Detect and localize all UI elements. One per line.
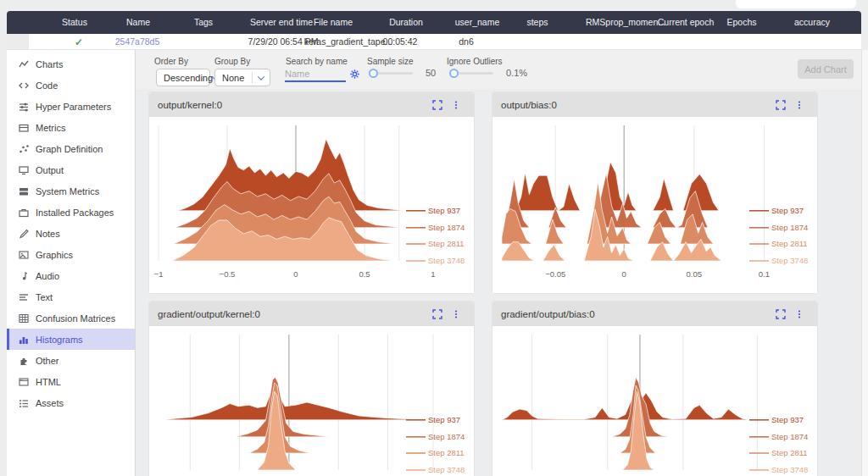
group-by-select[interactable]: None [214, 69, 270, 86]
x-tick-label: 0.1 [759, 269, 770, 279]
search-input[interactable] [285, 67, 346, 82]
slider-knob[interactable] [449, 69, 459, 78]
legend-label[interactable]: Step 3748 [428, 465, 465, 474]
column-header-accuracy[interactable]: accuracy [761, 17, 863, 27]
expand-icon[interactable] [771, 97, 790, 113]
legend-label[interactable]: Step 2811 [428, 239, 465, 248]
legend-label[interactable]: Step 1874 [428, 223, 465, 232]
legend-label[interactable]: Step 2811 [771, 448, 808, 457]
sidebar-item-html[interactable]: HTML [7, 371, 135, 392]
order-by-select[interactable]: Descending [156, 69, 210, 86]
legend-label[interactable]: Step 1874 [771, 432, 808, 441]
sidebar-item-graphics[interactable]: Graphics [7, 244, 135, 265]
column-header-steps[interactable]: steps [487, 17, 588, 27]
chart-area: Step 937Step 1874Step 2811Step 3748 [492, 326, 817, 476]
image-icon [19, 250, 29, 260]
x-tick-label: −0.5 [220, 269, 236, 279]
group-by-value: None [215, 73, 252, 83]
sample-size-slider[interactable] [370, 69, 413, 78]
legend-label[interactable]: Step 3748 [771, 256, 808, 265]
sidebar-item-histograms[interactable]: Histograms [7, 329, 135, 350]
sidebar-item-system-metrics[interactable]: System Metrics [7, 180, 135, 202]
legend-label[interactable]: Step 3748 [771, 465, 808, 474]
sidebar-item-installed-packages[interactable]: Installed Packages [7, 202, 135, 223]
chart-panels-grid: output/kernel:0Step 937Step 1874Step 281… [148, 91, 818, 476]
slider-knob[interactable] [369, 69, 378, 78]
sidebar-item-label: Graph Definition [36, 144, 103, 154]
sidebar-item-assets[interactable]: Assets [7, 392, 135, 413]
panel-header: output/bias:0 [492, 92, 817, 117]
code-icon [19, 80, 29, 91]
chart-area: Step 937Step 1874Step 2811Step 3748−1−0.… [149, 117, 474, 293]
panel-title: gradient/output/bias:0 [501, 309, 771, 319]
rows-icon [19, 186, 29, 196]
x-tick-label: −1 [154, 269, 164, 279]
legend-label[interactable]: Step 937 [428, 206, 460, 215]
legend-label[interactable]: Step 1874 [428, 432, 465, 441]
x-tick-label: 0 [622, 269, 626, 279]
text-lines-icon [19, 292, 29, 302]
x-tick-label: 0 [293, 269, 298, 279]
legend-label[interactable]: Step 1874 [771, 223, 808, 232]
chart-area: Step 937Step 1874Step 2811Step 3748 [149, 326, 474, 476]
group-by-label: Group By [214, 57, 250, 66]
legend-label[interactable]: Step 2811 [428, 448, 465, 457]
sidebar-item-label: Assets [36, 398, 64, 408]
panel-title: output/kernel:0 [158, 100, 428, 110]
sidebar-item-notes[interactable]: Notes [7, 223, 135, 244]
legend-label[interactable]: Step 937 [771, 415, 804, 424]
sidebar-item-output[interactable]: Output [7, 159, 135, 180]
sidebar-item-confusion-matrices[interactable]: Confusion Matrices [7, 307, 135, 329]
ignore-outliers-label: Ignore Outliers [447, 57, 503, 66]
expand-icon[interactable] [428, 307, 447, 322]
ignore-outliers-slider[interactable] [451, 69, 493, 78]
list-icon [19, 398, 29, 408]
histogram-icon [19, 335, 29, 345]
sidebar-item-metrics[interactable]: Metrics [7, 117, 135, 138]
sidebar-item-label: Hyper Parameters [36, 102, 111, 112]
sidebar-item-label: Code [36, 80, 58, 91]
music-note-icon [19, 271, 29, 281]
add-chart-button[interactable]: Add Chart [798, 59, 854, 79]
kebab-menu-icon[interactable] [790, 307, 809, 322]
legend-label[interactable]: Step 2811 [771, 239, 808, 248]
ridgeline-histogram-svg: Step 937Step 1874Step 2811Step 3748−1−0.… [149, 117, 474, 291]
panel-header: gradient/output/bias:0 [492, 302, 817, 326]
x-tick-label: 0.5 [359, 269, 370, 279]
sidebar-item-audio[interactable]: Audio [7, 265, 135, 286]
sidebar-item-graph-definition[interactable]: Graph Definition [7, 138, 135, 159]
sidebar-item-charts[interactable]: Charts [7, 53, 135, 75]
experiment-table-row[interactable]: ✓ 2547a78d5 7/29/20 06:54 PM keras_gradi… [7, 34, 861, 50]
gear-icon[interactable] [349, 68, 360, 83]
expand-icon[interactable] [771, 307, 790, 322]
legend-label[interactable]: Step 3748 [428, 256, 465, 265]
sidebar-item-code[interactable]: Code [7, 75, 135, 96]
sidebar-item-label: Charts [36, 59, 63, 69]
controls-bar: Order By Descending Group By None Search… [136, 50, 861, 89]
sidebar-item-text[interactable]: Text [7, 286, 135, 307]
legend-label[interactable]: Step 937 [428, 415, 460, 424]
chart-panel-gradient-output-bias-0: gradient/output/bias:0Step 937Step 1874S… [492, 301, 818, 476]
sidebar-item-label: Confusion Matrices [36, 313, 115, 324]
sidebar-item-label: HTML [36, 377, 61, 387]
panel-title: output/bias:0 [501, 100, 771, 110]
sidebar-item-other[interactable]: Other [7, 350, 135, 371]
scatter-icon [19, 144, 29, 154]
experiment-name-link[interactable]: 2547a78d5 [82, 36, 192, 47]
vertical-scrollbar[interactable] [861, 50, 868, 476]
sliders-icon [19, 102, 29, 112]
panel-title: gradient/output/kernel:0 [158, 309, 428, 319]
matrix-icon [19, 313, 29, 324]
sidebar-item-label: Histograms [36, 335, 83, 345]
ridgeline-histogram-svg: Step 937Step 1874Step 2811Step 3748 [149, 326, 474, 476]
sidebar-item-label: Text [36, 292, 53, 302]
legend-label[interactable]: Step 937 [771, 206, 804, 215]
app-root: StatusNameTagsServer end timeFile nameDu… [0, 0, 868, 476]
kebab-menu-icon[interactable] [447, 307, 465, 322]
sidebar-item-hyper-parameters[interactable]: Hyper Parameters [7, 96, 135, 117]
line-chart-icon [19, 59, 29, 69]
expand-icon[interactable] [428, 97, 447, 113]
kebab-menu-icon[interactable] [447, 97, 465, 113]
kebab-menu-icon[interactable] [790, 97, 809, 113]
x-tick-label: −0.05 [545, 269, 565, 279]
